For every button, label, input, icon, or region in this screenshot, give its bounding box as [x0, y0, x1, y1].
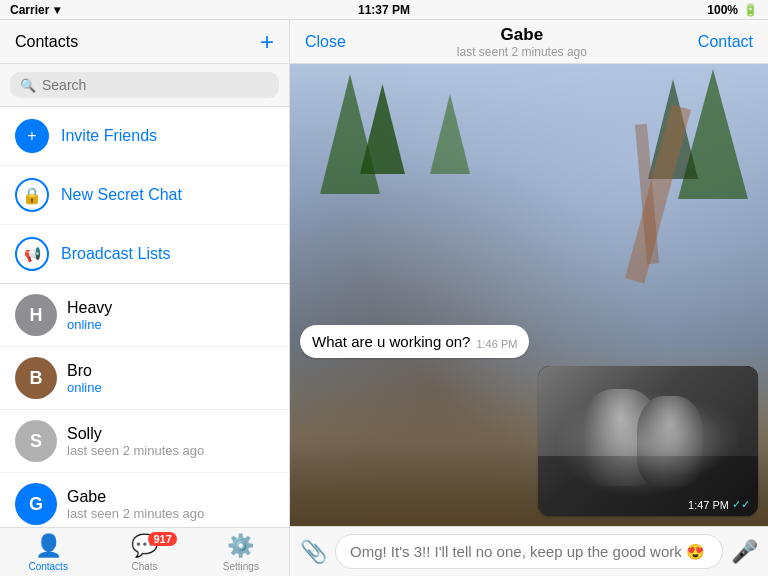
- chats-badge: 917: [148, 532, 176, 546]
- contact-name: Bro: [67, 362, 274, 380]
- secret-icon: 🔒: [15, 178, 49, 212]
- message-text: What are u working on?: [312, 333, 470, 350]
- broadcast-lists-button[interactable]: 📢 Broadcast Lists: [0, 225, 289, 283]
- status-bar-left: Carrier ▾: [10, 3, 60, 17]
- new-secret-chat-label: New Secret Chat: [61, 186, 182, 204]
- bubble-text: What are u working on? 1:46 PM: [300, 325, 529, 358]
- tab-contacts[interactable]: 👤 Contacts: [0, 528, 96, 576]
- search-input[interactable]: [42, 77, 269, 93]
- list-item[interactable]: S Solly last seen 2 minutes ago: [0, 410, 289, 473]
- status-bar: Carrier ▾ 11:37 PM 100% 🔋: [0, 0, 768, 20]
- status-bar-right: 100% 🔋: [707, 3, 758, 17]
- invite-friends-button[interactable]: + Invite Friends: [0, 107, 289, 166]
- photo-content: [538, 366, 758, 516]
- battery-icon: 🔋: [743, 3, 758, 17]
- list-item[interactable]: H Heavy online: [0, 284, 289, 347]
- chat-background: What are u working on? 1:46 PM: [290, 64, 768, 526]
- contact-button[interactable]: Contact: [698, 33, 753, 51]
- contacts-title: Contacts: [15, 33, 78, 51]
- contact-info: Bro online: [67, 362, 274, 395]
- wifi-icon: ▾: [54, 3, 60, 17]
- message-time: 1:46 PM: [476, 338, 517, 350]
- search-bar: 🔍: [0, 64, 289, 107]
- search-icon: 🔍: [20, 78, 36, 93]
- photo-time: 1:47 PM ✓✓: [688, 498, 750, 511]
- avatar: H: [15, 294, 57, 336]
- left-panel: Contacts + 🔍 + Invite Friends 🔒 New Secr…: [0, 20, 290, 576]
- contact-name: Gabe: [67, 488, 274, 506]
- invite-icon: +: [15, 119, 49, 153]
- tab-settings[interactable]: ⚙️ Settings: [193, 528, 289, 576]
- avatar: B: [15, 357, 57, 399]
- photo-timestamp: 1:47 PM: [688, 499, 729, 511]
- status-bar-time: 11:37 PM: [358, 3, 410, 17]
- list-item[interactable]: B Bro online: [0, 347, 289, 410]
- carrier-label: Carrier: [10, 3, 49, 17]
- chat-contact-name: Gabe: [457, 25, 587, 45]
- mic-button[interactable]: 🎤: [731, 539, 758, 565]
- contact-info: Heavy online: [67, 299, 274, 332]
- tree-decoration: [430, 94, 470, 174]
- new-secret-chat-button[interactable]: 🔒 New Secret Chat: [0, 166, 289, 225]
- chat-messages: What are u working on? 1:46 PM: [290, 315, 768, 526]
- list-item[interactable]: G Gabe last seen 2 minutes ago: [0, 473, 289, 527]
- add-contact-button[interactable]: +: [260, 28, 274, 56]
- chat-header: Close Gabe last seent 2 minutes ago Cont…: [290, 20, 768, 64]
- contact-status: last seen 2 minutes ago: [67, 506, 274, 521]
- delivered-icon: ✓✓: [732, 498, 750, 511]
- contact-status: last seen 2 minutes ago: [67, 443, 274, 458]
- right-panel: Close Gabe last seent 2 minutes ago Cont…: [290, 20, 768, 576]
- photo-bubble: 1:47 PM ✓✓: [538, 366, 758, 516]
- contact-name: Heavy: [67, 299, 274, 317]
- settings-tab-label: Settings: [223, 561, 259, 572]
- close-button[interactable]: Close: [305, 33, 346, 51]
- tree-decoration: [678, 69, 748, 199]
- settings-tab-icon: ⚙️: [227, 533, 254, 559]
- contacts-tab-label: Contacts: [28, 561, 67, 572]
- battery-label: 100%: [707, 3, 738, 17]
- invite-friends-label: Invite Friends: [61, 127, 157, 145]
- search-input-wrap: 🔍: [10, 72, 279, 98]
- message-bubble-outgoing: 1:47 PM ✓✓: [538, 366, 758, 516]
- tab-chats[interactable]: 917 💬 Chats: [96, 528, 192, 576]
- contact-info: Gabe last seen 2 minutes ago: [67, 488, 274, 521]
- chat-contact-status: last seent 2 minutes ago: [457, 45, 587, 59]
- main-content: Contacts + 🔍 + Invite Friends 🔒 New Secr…: [0, 20, 768, 576]
- tree-decoration: [360, 84, 405, 174]
- chat-header-center: Gabe last seent 2 minutes ago: [457, 25, 587, 59]
- avatar: S: [15, 420, 57, 462]
- chat-input-bar: 📎 🎤: [290, 526, 768, 576]
- contacts-tab-icon: 👤: [35, 533, 62, 559]
- bottom-tabs: 👤 Contacts 917 💬 Chats ⚙️ Settings: [0, 527, 289, 576]
- avatar: G: [15, 483, 57, 525]
- contact-name: Solly: [67, 425, 274, 443]
- contact-info: Solly last seen 2 minutes ago: [67, 425, 274, 458]
- contact-status: online: [67, 380, 274, 395]
- chats-tab-label: Chats: [131, 561, 157, 572]
- contacts-list: H Heavy online B Bro online S Solly last…: [0, 284, 289, 527]
- action-list: + Invite Friends 🔒 New Secret Chat 📢 Bro…: [0, 107, 289, 284]
- broadcast-icon: 📢: [15, 237, 49, 271]
- attach-button[interactable]: 📎: [300, 539, 327, 565]
- left-header: Contacts +: [0, 20, 289, 64]
- message-bubble-incoming: What are u working on? 1:46 PM: [300, 325, 529, 358]
- message-input[interactable]: [335, 534, 723, 569]
- contact-status: online: [67, 317, 274, 332]
- broadcast-lists-label: Broadcast Lists: [61, 245, 170, 263]
